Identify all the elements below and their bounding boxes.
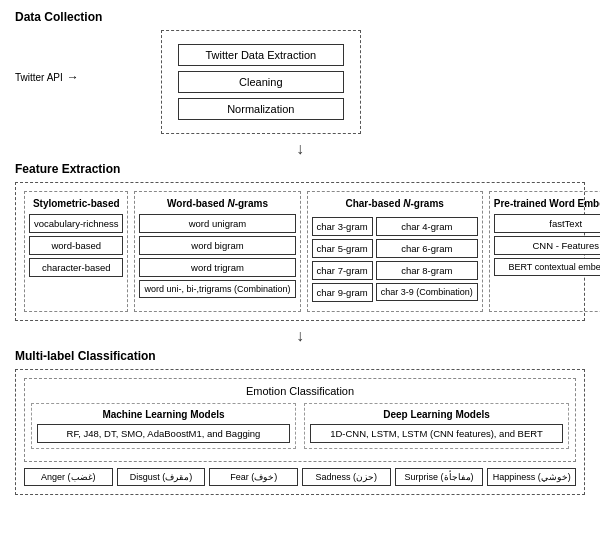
emotion-classification-box: Emotion Classification Machine Learning …	[24, 378, 576, 462]
arrow-right-icon: →	[67, 70, 79, 84]
fe-char-8gram: char 8-gram	[376, 261, 478, 280]
fe-char-5gram: char 5-gram	[312, 239, 373, 258]
data-collection-label: Data Collection	[15, 10, 585, 24]
fe-item-unigram: word unigram	[139, 214, 295, 233]
fe-item-vocab: vocabulary-richness	[29, 214, 123, 233]
fe-char-39: char 3-9 (Combination)	[376, 283, 478, 301]
char-ngrams-inner: char 3-gram char 5-gram char 7-gram char…	[312, 214, 478, 305]
fe-char-4gram: char 4-gram	[376, 217, 478, 236]
fe-item-bigram: word bigram	[139, 236, 295, 255]
fe-char-ngrams-title: Char-based N-grams	[312, 198, 478, 209]
data-collection-section: Data Collection Twitter API → Twitter Da…	[15, 10, 585, 134]
fe-group-word-ngrams: Word-based N-grams word unigram word big…	[134, 191, 300, 312]
fe-group-char-ngrams: Char-based N-grams char 3-gram char 5-gr…	[307, 191, 483, 312]
emotion-happiness: Happiness (خوشي)	[487, 468, 576, 486]
data-collection-inner: Twitter Data Extraction Cleaning Normali…	[161, 30, 361, 134]
dc-normalization: Normalization	[178, 98, 344, 120]
ml-model-group: Machine Learning Models RF, J48, DT, SMO…	[31, 403, 296, 449]
emotion-anger: Anger (غضب)	[24, 468, 113, 486]
fe-char-3gram: char 3-gram	[312, 217, 373, 236]
emotions-row: Anger (غضب) Disgust (مقرف) Fear (خوف) Sa…	[24, 468, 576, 486]
twitter-api-row: Twitter API → Twitter Data Extraction Cl…	[15, 30, 585, 134]
twitter-api-label: Twitter API	[15, 72, 63, 83]
arrow-down-icon-1: ↓	[296, 140, 304, 158]
arrow-dc-to-fe: ↓	[15, 140, 585, 158]
fe-char-9gram: char 9-gram	[312, 283, 373, 302]
arrow-down-icon-2: ↓	[296, 327, 304, 345]
fe-group-stylometric: Stylometric-based vocabulary-richness wo…	[24, 191, 128, 312]
emotion-fear: Fear (خوف)	[209, 468, 298, 486]
multi-label-label: Multi-label Classification	[15, 349, 585, 363]
fe-group-pretrained: Pre-trained Word Embeddings fastText CNN…	[489, 191, 600, 312]
ml-outer: Emotion Classification Machine Learning …	[15, 369, 585, 495]
emotion-surprise: Surprise (مفاجأة)	[395, 468, 484, 486]
fe-word-ngrams-title: Word-based N-grams	[139, 198, 295, 209]
fe-item-word: word-based	[29, 236, 123, 255]
char-col-right: char 4-gram char 6-gram char 8-gram char…	[376, 214, 478, 305]
fe-char-7gram: char 7-gram	[312, 261, 373, 280]
fe-item-cnn-features: CNN - Features	[494, 236, 600, 255]
dc-cleaning: Cleaning	[178, 71, 344, 93]
feature-extraction-label: Feature Extraction	[15, 162, 585, 176]
dl-models-title: Deep Learning Models	[310, 409, 563, 420]
arrow-fe-to-ml: ↓	[15, 327, 585, 345]
multi-label-section: Multi-label Classification Emotion Class…	[15, 349, 585, 495]
feature-extraction-section: Feature Extraction Stylometric-based voc…	[15, 162, 585, 321]
emotion-classification-title: Emotion Classification	[31, 385, 569, 397]
feature-extraction-grid: Stylometric-based vocabulary-richness wo…	[15, 182, 585, 321]
dl-model-group: Deep Learning Models 1D-CNN, LSTM, LSTM …	[304, 403, 569, 449]
ml-models-content: RF, J48, DT, SMO, AdaBoostM1, and Baggin…	[37, 424, 290, 443]
dc-twitter-extraction: Twitter Data Extraction	[178, 44, 344, 66]
fe-char-6gram: char 6-gram	[376, 239, 478, 258]
emotion-disgust: Disgust (مقرف)	[117, 468, 206, 486]
fe-pretrained-title: Pre-trained Word Embeddings	[494, 198, 600, 209]
dl-models-content: 1D-CNN, LSTM, LSTM (CNN features), and B…	[310, 424, 563, 443]
fe-item-trigram: word trigram	[139, 258, 295, 277]
emotion-sadness: Sadness (حزن)	[302, 468, 391, 486]
fe-item-bert: BERT contextual embedding	[494, 258, 600, 276]
fe-item-fasttext: fastText	[494, 214, 600, 233]
fe-stylometric-title: Stylometric-based	[29, 198, 123, 209]
ml-models-title: Machine Learning Models	[37, 409, 290, 420]
fe-item-combination: word uni-, bi-,trigrams (Combination)	[139, 280, 295, 298]
ml-models-row: Machine Learning Models RF, J48, DT, SMO…	[31, 403, 569, 449]
char-col-left: char 3-gram char 5-gram char 7-gram char…	[312, 214, 373, 305]
fe-item-char: character-based	[29, 258, 123, 277]
